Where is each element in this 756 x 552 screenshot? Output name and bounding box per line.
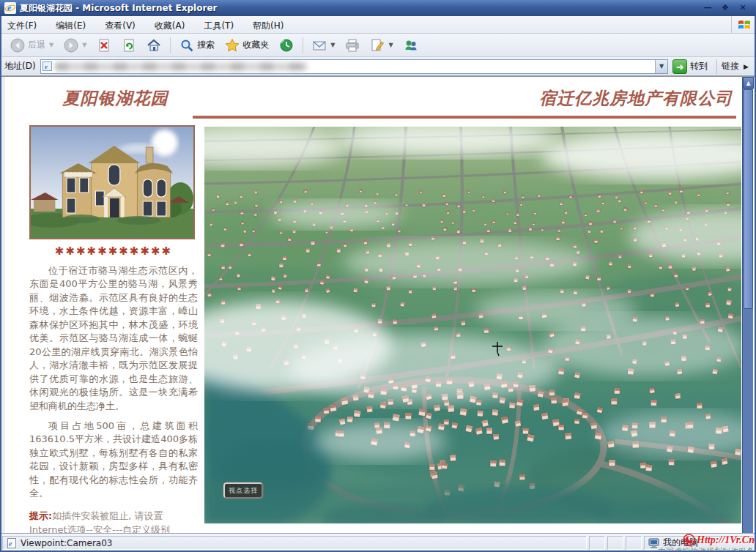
stars-divider-top: ✱✱✱✱✱✱✱✱✱✱✱ — [29, 245, 198, 258]
arrow-left-circle-icon — [10, 38, 25, 53]
go-button[interactable]: ➜ 转到 — [672, 59, 708, 74]
viewpoint-status-text: Viewpoint:Camera03 — [21, 538, 112, 548]
refresh-button[interactable] — [117, 35, 141, 56]
browser-window: e 夏阳银湖花园 - Microsoft Internet Explorer —… — [0, 0, 756, 552]
site-title: 夏阳银湖花园 — [33, 87, 198, 110]
ie-logo-icon: e — [4, 2, 16, 14]
mail-button[interactable]: ▼ — [308, 35, 339, 56]
back-button[interactable]: 后退▼ — [6, 35, 58, 56]
scroll-up-icon[interactable]: ▲ — [743, 77, 754, 89]
intro-paragraph: 位于宿迁市骆马湖生态示范区内，东面是400平方公里的骆马湖，风景秀丽、烟波浩淼。… — [29, 264, 198, 413]
messenger-icon — [404, 38, 418, 53]
home-button[interactable] — [142, 35, 166, 56]
search-button-label: 搜索 — [197, 39, 215, 51]
svg-text:e: e — [45, 63, 48, 70]
home-icon — [147, 38, 161, 53]
address-input[interactable]: e ▼ — [40, 59, 668, 74]
minimize-button-icon[interactable]: — — [702, 3, 714, 13]
go-arrow-icon: ➜ — [672, 59, 687, 74]
address-bar: 地址(D) e ▼ ➜ 转到 链接 ▶ — [0, 57, 756, 76]
status-cell — [589, 536, 605, 550]
print-button[interactable] — [341, 35, 364, 56]
aerial-community-view — [204, 127, 741, 523]
address-url-obscured — [55, 62, 308, 71]
links-expand-icon[interactable]: ▶ — [744, 63, 749, 70]
menu-item-5[interactable]: 帮助(H) — [253, 18, 292, 33]
address-dropdown-icon[interactable]: ▼ — [655, 60, 667, 73]
favorites-button-label: 收藏夹 — [242, 39, 269, 51]
svg-text:e: e — [9, 540, 12, 548]
vrml-3d-viewport[interactable]: 视点选择 — [204, 127, 741, 523]
dropdown-arrow-icon[interactable]: ▼ — [388, 42, 393, 48]
messenger-button[interactable] — [399, 35, 423, 56]
throbber-panel — [731, 16, 756, 34]
menu-item-0[interactable]: 文件(F) — [7, 18, 45, 33]
header-rule — [193, 116, 736, 119]
menu-item-4[interactable]: 工具(T) — [204, 18, 242, 33]
history-button[interactable] — [275, 35, 298, 56]
status-cell — [626, 536, 642, 550]
watermark-url: Http://1Vr.Cn — [697, 534, 755, 546]
window-frame — [0, 16, 1, 552]
document-status-icon: e — [7, 538, 17, 548]
menu-item-3[interactable]: 收藏(A) — [155, 18, 194, 33]
mail-icon — [312, 38, 327, 53]
standard-buttons-toolbar: 后退▼▼搜索收藏夹▼▼ — [0, 34, 756, 57]
window-controls: — ❖ ✕ — [702, 3, 752, 13]
restore-button-icon[interactable]: ❖ — [719, 3, 731, 13]
refresh-icon — [122, 38, 136, 53]
stop-icon — [97, 38, 111, 53]
page-favicon-icon: e — [42, 61, 52, 71]
sidebar-column: ✱✱✱✱✱✱✱✱✱✱✱ 位于宿迁市骆马湖生态示范区内，东面是400平方公里的骆马… — [29, 125, 198, 552]
vertical-scrollbar[interactable]: ▲ — [742, 77, 753, 534]
menu-bar: 文件(F)编辑(E)查看(V)收藏(A)工具(T)帮助(H) — [0, 16, 756, 34]
scrollbar-thumb[interactable] — [744, 89, 753, 309]
watermark: Http://1Vr.Cn 中国虚拟旅游规划制作服务 — [658, 534, 755, 552]
forward-button[interactable]: ▼ — [59, 35, 91, 56]
dropdown-arrow-icon[interactable]: ▼ — [49, 42, 53, 48]
windows-flag-icon — [737, 18, 752, 32]
arrow-right-circle-icon — [64, 38, 78, 53]
status-bar: e Viewpoint:Camera03 我的电脑 — [0, 533, 756, 552]
title-bar: e 夏阳银湖花园 - Microsoft Internet Explorer —… — [0, 0, 756, 16]
toolbar-separator — [303, 37, 303, 53]
favorites-button[interactable]: 收藏夹 — [220, 35, 273, 56]
edit-button[interactable]: ▼ — [366, 35, 397, 56]
window-title: 夏阳银湖花园 - Microsoft Internet Explorer — [20, 2, 217, 15]
status-cell — [607, 536, 623, 550]
svg-text:e: e — [7, 3, 12, 13]
dropdown-arrow-icon[interactable]: ▼ — [82, 42, 86, 48]
hint-label: 提示: — [29, 510, 52, 521]
menu-item-2[interactable]: 查看(V) — [105, 18, 144, 33]
edit-icon — [370, 38, 385, 53]
project-paragraph: 项目占地500亩，总建筑面积163610.5平方米，共设计建造400多栋独立欧式… — [29, 419, 198, 501]
search-button[interactable]: 搜索 — [175, 35, 219, 56]
page-content: 夏阳银湖花园 宿迁亿兆房地产有限公司 — [0, 76, 756, 533]
links-label[interactable]: 链接 — [722, 60, 739, 72]
history-icon — [279, 38, 294, 53]
status-message-cell: e Viewpoint:Camera03 — [2, 536, 587, 550]
print-icon — [345, 38, 360, 53]
dropdown-arrow-icon[interactable]: ▼ — [330, 42, 335, 48]
address-label: 地址(D) — [4, 60, 36, 72]
company-name: 宿迁亿兆房地产有限公司 — [539, 87, 733, 110]
viewpoint-button[interactable]: 视点选择 — [223, 482, 263, 499]
stop-button[interactable] — [92, 35, 116, 56]
villa-photo — [29, 125, 195, 239]
back-button-label: 后退 — [28, 39, 45, 51]
1vr-logo-icon — [683, 534, 695, 546]
search-icon — [179, 38, 194, 53]
close-button-icon[interactable]: ✕ — [737, 3, 749, 13]
divider — [716, 59, 717, 74]
toolbar-separator — [170, 37, 171, 53]
menu-item-1[interactable]: 编辑(E) — [56, 18, 94, 33]
favorites-star-icon — [225, 38, 240, 53]
